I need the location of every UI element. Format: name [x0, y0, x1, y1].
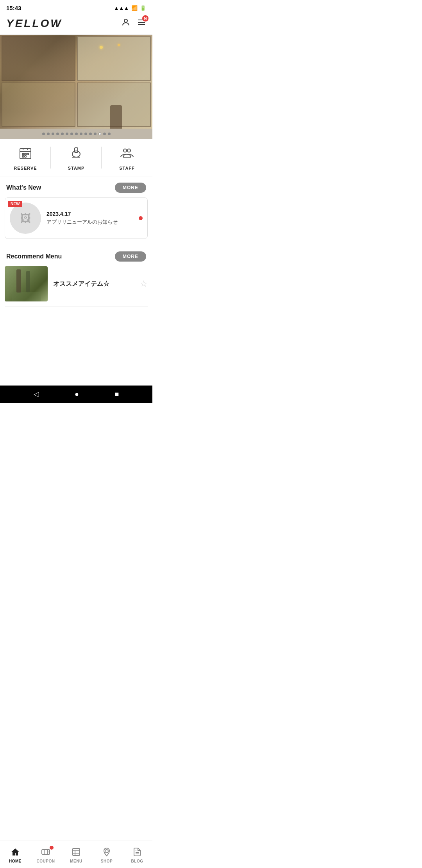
recommend-card[interactable]: オススメアイテム☆ ☆ [5, 266, 148, 307]
app-header: YELLOW N [0, 14, 152, 35]
status-time: 15:43 [6, 5, 21, 11]
news-dot [139, 216, 143, 220]
svg-point-13 [72, 151, 80, 157]
notification-badge: N [142, 15, 148, 22]
dot-14[interactable] [103, 133, 106, 135]
staff-button[interactable]: STAFF [102, 139, 152, 176]
carousel-dots [0, 129, 152, 139]
whats-new-more-button[interactable]: MORE [115, 183, 146, 193]
svg-rect-11 [22, 156, 24, 157]
stamp-label: STAMP [68, 166, 85, 170]
hero-pane-2 [77, 36, 151, 81]
svg-rect-12 [25, 156, 26, 157]
dot-10[interactable] [84, 133, 87, 135]
signal-icon: 📶 [131, 5, 138, 11]
svg-point-0 [124, 19, 127, 22]
stamp-icon [69, 146, 83, 163]
recommend-more-button[interactable]: MORE [115, 251, 146, 262]
staff-icon [120, 146, 134, 163]
recommend-header: Recommend Menu MORE [0, 245, 152, 266]
svg-rect-8 [22, 153, 24, 155]
hero-pane-3 [2, 82, 75, 127]
status-bar: 15:43 ▲▲▲ 📶 🔋 [0, 0, 152, 14]
app-logo: YELLOW [6, 17, 63, 30]
dot-12[interactable] [94, 133, 97, 135]
dot-4[interactable] [56, 133, 59, 135]
reserve-icon [18, 146, 32, 163]
dot-3[interactable] [52, 133, 54, 135]
new-badge: NEW [8, 201, 22, 207]
hero-banner [0, 35, 152, 129]
dot-11[interactable] [89, 133, 92, 135]
recommend-image [5, 266, 48, 301]
hero-pane-1 [2, 36, 75, 81]
dot-1[interactable] [42, 133, 45, 135]
news-text: アプリリニューアルのお知らせ [46, 219, 133, 226]
svg-point-17 [127, 149, 131, 152]
svg-rect-10 [27, 153, 29, 155]
news-image-placeholder: 🖼 [20, 212, 31, 225]
battery-icon: 🔋 [140, 5, 146, 11]
staff-label: STAFF [119, 166, 135, 170]
dot-8[interactable] [75, 133, 78, 135]
reserve-button[interactable]: RESERVE [0, 139, 51, 176]
news-image-wrap: NEW 🖼 [10, 203, 41, 234]
reserve-label: RESERVE [14, 166, 37, 170]
home-button[interactable]: ● [75, 390, 79, 398]
status-icons: ▲▲▲ 📶 🔋 [114, 5, 146, 11]
recommend-item-title: オススメアイテム☆ [53, 280, 134, 288]
back-button[interactable]: ◁ [34, 390, 39, 398]
dot-15[interactable] [108, 133, 111, 135]
dot-6[interactable] [66, 133, 68, 135]
wifi-icon: ▲▲▲ [114, 5, 129, 11]
news-image: 🖼 [10, 203, 41, 234]
news-card[interactable]: NEW 🖼 2023.4.17 アプリリニューアルのお知らせ [5, 197, 148, 239]
dot-2[interactable] [47, 133, 50, 135]
recent-button[interactable]: ■ [114, 390, 119, 398]
quick-actions: RESERVE STAMP STAFF [0, 139, 152, 176]
svg-rect-9 [25, 153, 26, 155]
svg-point-16 [123, 149, 127, 152]
dot-5[interactable] [61, 133, 64, 135]
news-content: 2023.4.17 アプリリニューアルのお知らせ [46, 211, 133, 226]
dot-7[interactable] [70, 133, 73, 135]
main-content: What's New MORE NEW 🖼 2023.4.17 アプリリニューア… [0, 176, 152, 358]
hero-pane-4 [77, 82, 151, 127]
svg-rect-14 [75, 148, 78, 152]
profile-button[interactable] [121, 18, 131, 29]
whats-new-header: What's New MORE [0, 176, 152, 197]
system-nav: ◁ ● ■ [0, 386, 152, 403]
dot-9[interactable] [80, 133, 82, 135]
stamp-button[interactable]: STAMP [51, 139, 102, 176]
favorite-icon[interactable]: ☆ [140, 279, 148, 289]
recommend-title: Recommend Menu [6, 253, 62, 260]
news-date: 2023.4.17 [46, 211, 133, 217]
header-icons: N [121, 18, 146, 29]
dot-13[interactable] [98, 133, 101, 135]
menu-button[interactable]: N [137, 18, 146, 29]
whats-new-title: What's New [6, 184, 41, 191]
